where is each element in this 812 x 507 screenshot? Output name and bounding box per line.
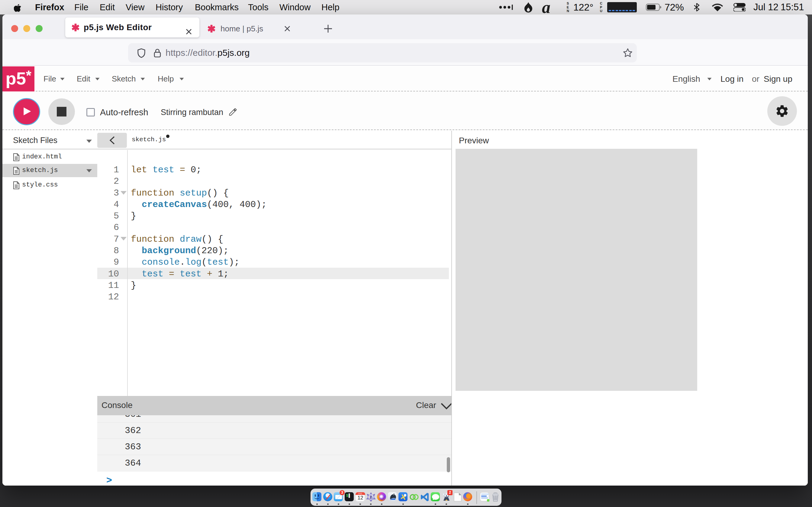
svg-text:B: B bbox=[369, 495, 373, 500]
